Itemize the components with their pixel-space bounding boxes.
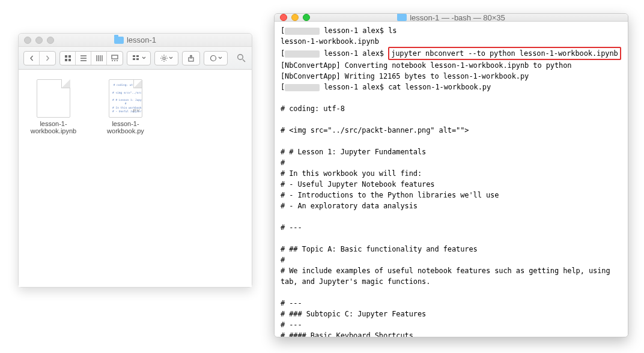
finder-toolbar xyxy=(19,47,252,70)
svg-point-9 xyxy=(163,57,165,59)
view-list-button[interactable] xyxy=(76,52,91,65)
redacted-host xyxy=(285,28,320,35)
prompt: lesson-1 alex$ xyxy=(324,26,384,35)
share-button[interactable] xyxy=(182,51,200,65)
highlighted-command: jupyter nbconvert --to python lesson-1-w… xyxy=(388,47,621,60)
svg-point-12 xyxy=(237,55,243,60)
svg-rect-5 xyxy=(133,55,135,57)
redacted-host xyxy=(285,50,320,58)
svg-rect-3 xyxy=(68,59,71,61)
file-label: lesson-1-workbook.py xyxy=(97,120,154,134)
nbconvert-out-1: [NbConvertApp] Converting notebook lesso… xyxy=(281,61,571,70)
prompt: lesson-1 alex$ xyxy=(324,49,384,58)
file-py[interactable]: # coding: utf-8 # <img src="../src # # L… xyxy=(97,79,154,277)
folder-icon xyxy=(397,14,407,21)
finder-title: lesson-1 xyxy=(19,35,252,44)
file-label: lesson-1-workbook.ipynb xyxy=(25,120,82,134)
finder-title-text: lesson-1 xyxy=(127,35,156,44)
redacted-host xyxy=(285,84,320,91)
tag-icon xyxy=(210,55,217,62)
forward-button[interactable] xyxy=(40,52,55,65)
cat-output: # coding: utf-8 # <img src="../src/packt… xyxy=(281,104,615,337)
view-icons-button[interactable] xyxy=(60,52,76,65)
svg-rect-1 xyxy=(68,55,71,58)
columns-icon xyxy=(96,55,103,62)
svg-rect-0 xyxy=(65,55,67,58)
back-button[interactable] xyxy=(24,52,40,65)
view-gallery-button[interactable] xyxy=(107,52,123,65)
share-icon xyxy=(187,55,195,62)
document-icon: # coding: utf-8 # <img src="../src # # L… xyxy=(109,79,142,118)
svg-rect-6 xyxy=(136,55,139,57)
arrange-icon xyxy=(132,55,141,62)
ls-output: lesson-1-workbook.ipynb xyxy=(281,37,379,46)
arrange-button[interactable] xyxy=(127,51,151,65)
file-ipynb[interactable]: lesson-1-workbook.ipynb xyxy=(25,79,82,277)
cmd-nbconvert: jupyter nbconvert --to python lesson-1-w… xyxy=(391,49,618,58)
search-icon xyxy=(237,53,246,62)
nav-back-forward xyxy=(23,51,56,65)
terminal-title-text: lesson-1 — -bash — 80×35 xyxy=(410,13,505,22)
py-badge: PY xyxy=(133,107,140,114)
chevron-down-icon xyxy=(169,56,173,59)
chevron-down-icon xyxy=(218,56,222,59)
nbconvert-out-2: [NbConvertApp] Writing 12165 bytes to le… xyxy=(281,72,529,80)
terminal-title: lesson-1 — -bash — 80×35 xyxy=(275,13,628,22)
svg-rect-2 xyxy=(65,59,67,61)
prompt: lesson-1 alex$ xyxy=(324,83,384,91)
svg-rect-4 xyxy=(112,55,118,59)
grid-icon xyxy=(64,55,71,62)
svg-point-11 xyxy=(210,55,216,61)
gallery-icon xyxy=(111,55,118,62)
chevron-left-icon xyxy=(29,55,35,61)
search-button[interactable] xyxy=(235,52,247,64)
terminal-titlebar: lesson-1 — -bash — 80×35 xyxy=(275,14,628,22)
chevron-right-icon xyxy=(44,55,50,61)
list-icon xyxy=(80,55,87,62)
view-switcher xyxy=(59,51,123,65)
terminal-body[interactable]: [ lesson-1 alex$ ls lesson-1-workbook.ip… xyxy=(275,22,628,337)
tags-button[interactable] xyxy=(204,51,228,65)
finder-titlebar: lesson-1 xyxy=(19,34,252,47)
cmd-ls: ls xyxy=(388,26,396,35)
view-columns-button[interactable] xyxy=(91,52,107,65)
gear-icon xyxy=(160,55,168,62)
terminal-window: lesson-1 — -bash — 80×35 [ lesson-1 alex… xyxy=(274,13,628,337)
svg-rect-8 xyxy=(136,58,139,60)
svg-rect-7 xyxy=(133,58,135,60)
folder-icon xyxy=(114,37,124,44)
document-icon xyxy=(37,79,70,118)
chevron-down-icon xyxy=(142,56,146,59)
cmd-cat: cat lesson-1-workbook.py xyxy=(388,83,491,91)
finder-window: lesson-1 xyxy=(18,33,252,288)
finder-body: lesson-1-workbook.ipynb # coding: utf-8 … xyxy=(19,70,252,287)
action-button[interactable] xyxy=(154,51,178,65)
